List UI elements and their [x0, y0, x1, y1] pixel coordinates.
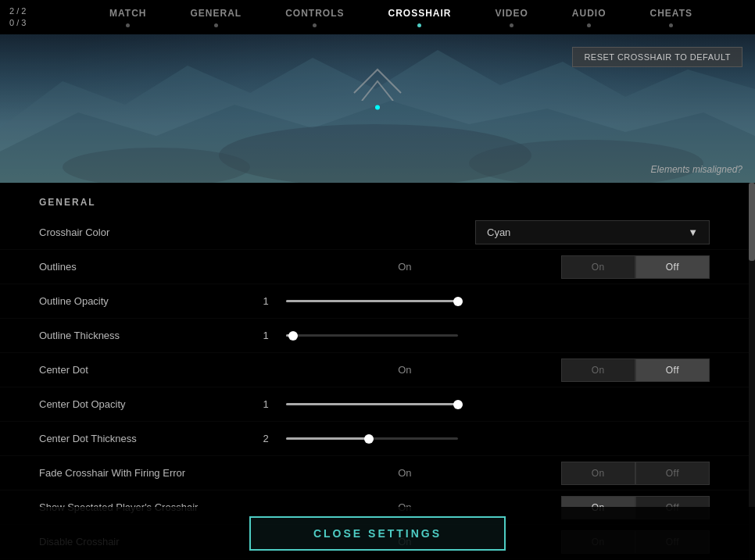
setting-label-outlines: Outlines — [39, 261, 258, 273]
setting-row-center-dot: Center DotOnOnOff — [0, 353, 749, 387]
setting-control-center-dot: OnOnOff — [258, 358, 710, 382]
nav-tab-cheats[interactable]: CHEATS — [628, 8, 714, 27]
toggle-on-outlines[interactable]: On — [561, 255, 635, 279]
toggle-on-label-fade-crosshair: On — [398, 467, 411, 479]
nav-tab-controls[interactable]: CONTROLS — [263, 8, 366, 27]
slider-container-outline-thickness: 1 — [258, 330, 710, 341]
scrollbar-thumb[interactable] — [749, 183, 755, 261]
slider-container-center-dot-thickness: 2 — [258, 433, 710, 444]
toggle-on-label-center-dot: On — [398, 364, 411, 376]
nav-tab-general[interactable]: GENERAL — [168, 8, 263, 27]
close-settings-button[interactable]: CLOSE SETTINGS — [249, 516, 506, 551]
setting-label-fade-crosshair: Fade Crosshair With Firing Error — [39, 467, 258, 479]
setting-label-center-dot-thickness: Center Dot Thickness — [39, 433, 258, 444]
setting-row-crosshair-color: Crosshair ColorCyan▼ — [0, 216, 749, 250]
toggle-on-center-dot[interactable]: On — [561, 358, 635, 382]
slider-value-outline-thickness: 1 — [258, 330, 274, 341]
top-nav: 2 / 2 0 / 3 MATCHGENERALCONTROLSCROSSHAI… — [0, 0, 755, 34]
settings-panel[interactable]: GENERAL Crosshair ColorCyan▼OutlinesOnOn… — [0, 183, 749, 560]
nav-tab-label: AUDIO — [572, 8, 607, 22]
nav-tab-label: GENERAL — [190, 8, 242, 22]
slider-thumb-outline-opacity[interactable] — [453, 297, 463, 306]
setting-control-center-dot-thickness: 2 — [258, 433, 710, 444]
nav-tab-dot — [510, 23, 513, 27]
misaligned-hint: Elements misaligned? — [651, 164, 742, 175]
slider-fill-center-dot-opacity — [286, 403, 458, 405]
setting-label-crosshair-color: Crosshair Color — [39, 226, 258, 238]
setting-label-outline-opacity: Outline Opacity — [39, 295, 258, 307]
nav-tab-video[interactable]: VIDEO — [474, 8, 550, 27]
setting-row-fade-crosshair: Fade Crosshair With Firing ErrorOnOnOff — [0, 456, 749, 490]
slider-container-outline-opacity: 1 — [258, 295, 710, 307]
main-content: GENERAL Crosshair ColorCyan▼OutlinesOnOn… — [0, 183, 755, 560]
setting-control-outline-opacity: 1 — [258, 295, 710, 307]
nav-tab-dot — [214, 23, 218, 27]
score-line1: 2 / 2 — [9, 5, 38, 17]
scrollbar-track[interactable] — [749, 183, 755, 560]
nav-tab-label: VIDEO — [496, 8, 528, 22]
scores-display: 2 / 2 0 / 3 — [0, 5, 47, 30]
general-section-title: GENERAL — [0, 183, 749, 216]
crosshair-preview: RESET CROSSHAIR TO DEFAULT Elements misa… — [0, 34, 755, 183]
crosshair-color-dropdown[interactable]: Cyan▼ — [475, 220, 710, 244]
setting-label-center-dot: Center Dot — [39, 364, 258, 376]
slider-thumb-outline-thickness[interactable] — [288, 331, 298, 341]
nav-tab-dot — [587, 23, 591, 27]
slider-track-outline-thickness[interactable] — [286, 334, 458, 337]
nav-tab-crosshair[interactable]: CROSSHAIR — [366, 8, 473, 27]
svg-point-6 — [375, 105, 380, 110]
setting-control-crosshair-color: Cyan▼ — [258, 220, 710, 244]
slider-fill-center-dot-thickness — [286, 437, 369, 440]
slider-fill-outline-opacity — [286, 300, 458, 302]
setting-label-outline-thickness: Outline Thickness — [39, 330, 258, 341]
slider-value-center-dot-thickness: 2 — [258, 433, 274, 444]
toggle-group-fade-crosshair: OnOff — [561, 462, 710, 485]
setting-row-center-dot-thickness: Center Dot Thickness2 — [0, 422, 749, 456]
toggle-on-fade-crosshair[interactable]: On — [561, 462, 635, 485]
nav-tab-label: CROSSHAIR — [388, 8, 451, 22]
score-line2: 0 / 3 — [9, 17, 38, 29]
nav-tab-dot — [313, 23, 317, 27]
dropdown-value: Cyan — [487, 226, 510, 238]
setting-control-fade-crosshair: OnOnOff — [258, 462, 710, 485]
toggle-off-outlines[interactable]: Off — [635, 255, 710, 279]
setting-row-outline-thickness: Outline Thickness1 — [0, 319, 749, 353]
toggle-on-label-outlines: On — [398, 261, 411, 273]
preview-chevron — [346, 62, 409, 103]
nav-tab-dot — [669, 23, 673, 27]
toggle-group-center-dot: OnOff — [561, 358, 710, 382]
slider-track-center-dot-thickness[interactable] — [286, 437, 458, 440]
toggle-off-center-dot[interactable]: Off — [635, 358, 710, 382]
slider-value-center-dot-opacity: 1 — [258, 398, 274, 410]
nav-tab-label: MATCH — [109, 8, 146, 22]
setting-row-center-dot-opacity: Center Dot Opacity1 — [0, 387, 749, 422]
setting-label-center-dot-opacity: Center Dot Opacity — [39, 398, 258, 410]
slider-thumb-center-dot-thickness[interactable] — [364, 434, 374, 444]
close-button-container: CLOSE SETTINGS — [0, 507, 755, 560]
nav-tab-label: CHEATS — [650, 8, 692, 22]
nav-tab-dot — [126, 23, 130, 27]
toggle-off-fade-crosshair[interactable]: Off — [635, 462, 710, 485]
reset-crosshair-button[interactable]: RESET CROSSHAIR TO DEFAULT — [572, 47, 742, 67]
slider-track-center-dot-opacity[interactable] — [286, 403, 458, 405]
setting-control-outlines: OnOnOff — [258, 255, 710, 279]
nav-tab-label: CONTROLS — [285, 8, 344, 22]
slider-thumb-center-dot-opacity[interactable] — [453, 400, 463, 409]
crosshair-preview-symbol — [371, 102, 384, 116]
setting-row-outlines: OutlinesOnOnOff — [0, 250, 749, 284]
slider-container-center-dot-opacity: 1 — [258, 398, 710, 410]
dropdown-arrow-icon: ▼ — [688, 226, 698, 238]
nav-tabs: MATCHGENERALCONTROLSCROSSHAIRVIDEOAUDIOC… — [47, 8, 755, 27]
nav-tab-match[interactable]: MATCH — [88, 8, 168, 27]
slider-value-outline-opacity: 1 — [258, 295, 274, 307]
setting-control-center-dot-opacity: 1 — [258, 398, 710, 410]
nav-tab-audio[interactable]: AUDIO — [550, 8, 628, 27]
setting-row-outline-opacity: Outline Opacity1 — [0, 284, 749, 319]
setting-control-outline-thickness: 1 — [258, 330, 710, 341]
toggle-group-outlines: OnOff — [561, 255, 710, 279]
nav-tab-dot — [417, 23, 421, 27]
slider-track-outline-opacity[interactable] — [286, 300, 458, 302]
